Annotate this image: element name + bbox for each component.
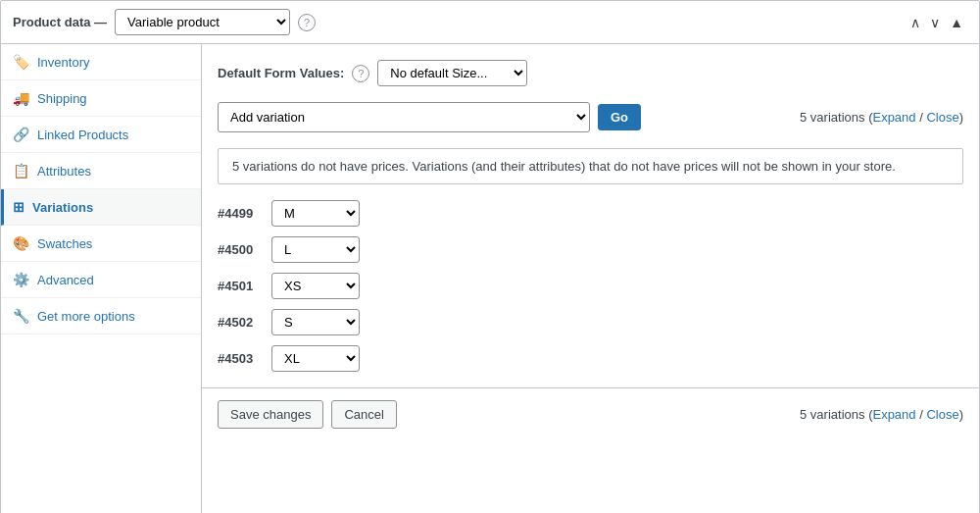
- add-variation-select[interactable]: Add variation Create variations from all…: [218, 102, 590, 132]
- notice-box: 5 variations do not have prices. Variati…: [218, 148, 963, 184]
- bottom-variations-count: 5 variations (Expand / Close): [800, 407, 963, 422]
- sidebar-item-variations-label: Variations: [32, 200, 93, 215]
- bottom-expand-link[interactable]: Expand: [872, 407, 915, 422]
- attributes-icon: 📋: [13, 163, 29, 179]
- variation-id-4500: #4500: [218, 242, 262, 257]
- variation-size-select-4500[interactable]: LXSSMXL: [271, 236, 360, 263]
- variation-id-4499: #4499: [218, 206, 262, 221]
- variation-size-select-4502[interactable]: SXSMLXL: [271, 309, 360, 335]
- table-row: #4500 LXSSMXL: [218, 236, 963, 263]
- sidebar-item-attributes-label: Attributes: [37, 164, 91, 179]
- default-form-row: Default Form Values: ? No default Size..…: [218, 60, 963, 86]
- variation-id-4501: #4501: [218, 279, 262, 293]
- table-row: #4502 SXSMLXL: [218, 309, 963, 335]
- sidebar-item-inventory-label: Inventory: [37, 55, 89, 70]
- product-data-panel: Product data — Variable product Simple p…: [0, 0, 980, 513]
- sidebar: 🏷️ Inventory 🚚 Shipping 🔗 Linked Product…: [1, 44, 202, 513]
- top-variations-count: 5 variations (Expand / Close): [800, 110, 963, 125]
- variation-size-select-4499[interactable]: MXSSLXL: [271, 200, 360, 227]
- product-data-body: 🏷️ Inventory 🚚 Shipping 🔗 Linked Product…: [1, 44, 979, 513]
- variation-id-4503: #4503: [218, 351, 262, 366]
- default-form-select[interactable]: No default Size... XS S M L XL: [377, 60, 527, 86]
- sidebar-item-get-more-options-label: Get more options: [37, 309, 135, 324]
- bottom-close-link[interactable]: Close: [926, 407, 958, 422]
- sidebar-item-advanced-label: Advanced: [37, 273, 94, 287]
- sidebar-item-variations[interactable]: ⊞ Variations: [1, 189, 201, 226]
- sidebar-item-get-more-options[interactable]: 🔧 Get more options: [1, 298, 201, 334]
- variation-size-select-4503[interactable]: XLXSSML: [271, 345, 360, 372]
- header-arrows: ∧ ∨ ▲: [906, 13, 967, 32]
- table-row: #4501 XSSMLXL: [218, 273, 963, 299]
- sidebar-item-shipping-label: Shipping: [37, 91, 87, 106]
- sidebar-item-linked-products-label: Linked Products: [37, 128, 128, 142]
- sidebar-item-swatches-label: Swatches: [37, 236, 92, 251]
- sidebar-item-swatches[interactable]: 🎨 Swatches: [1, 226, 201, 262]
- main-content: Default Form Values: ? No default Size..…: [202, 44, 979, 513]
- product-data-header: Product data — Variable product Simple p…: [1, 1, 979, 44]
- variations-list: #4499 MXSSLXL #4500 LXSSMXL #4501 XSSMLX…: [218, 200, 963, 372]
- variation-size-select-4501[interactable]: XSSMLXL: [271, 273, 360, 299]
- expand-button[interactable]: ▲: [946, 13, 967, 32]
- add-variation-row: Add variation Create variations from all…: [218, 102, 963, 132]
- sidebar-item-linked-products[interactable]: 🔗 Linked Products: [1, 117, 201, 153]
- default-form-label: Default Form Values:: [218, 66, 344, 80]
- save-changes-button[interactable]: Save changes: [218, 400, 323, 429]
- notice-text: 5 variations do not have prices. Variati…: [232, 159, 896, 174]
- sidebar-item-inventory[interactable]: 🏷️ Inventory: [1, 44, 201, 80]
- sidebar-item-attributes[interactable]: 📋 Attributes: [1, 153, 201, 189]
- product-type-select[interactable]: Variable product Simple product Grouped …: [115, 9, 290, 35]
- inventory-icon: 🏷️: [13, 54, 29, 70]
- variations-icon: ⊞: [13, 199, 24, 215]
- sidebar-item-advanced[interactable]: ⚙️ Advanced: [1, 262, 201, 298]
- swatches-icon: 🎨: [13, 235, 29, 251]
- variation-id-4502: #4502: [218, 315, 262, 330]
- default-form-help-icon[interactable]: ?: [352, 65, 369, 82]
- cancel-button[interactable]: Cancel: [331, 400, 396, 429]
- collapse-up-button[interactable]: ∧: [906, 13, 924, 32]
- table-row: #4499 MXSSLXL: [218, 200, 963, 227]
- sidebar-item-shipping[interactable]: 🚚 Shipping: [1, 80, 201, 117]
- expand-link[interactable]: Expand: [872, 110, 915, 125]
- bottom-bar: Save changes Cancel 5 variations (Expand…: [202, 387, 979, 440]
- go-button[interactable]: Go: [598, 104, 641, 130]
- get-more-options-icon: 🔧: [13, 308, 29, 324]
- help-icon[interactable]: ?: [298, 14, 316, 31]
- shipping-icon: 🚚: [13, 90, 29, 106]
- linked-products-icon: 🔗: [13, 127, 29, 142]
- close-link[interactable]: Close: [926, 110, 958, 125]
- advanced-icon: ⚙️: [13, 272, 29, 287]
- collapse-down-button[interactable]: ∨: [926, 13, 944, 32]
- product-data-title: Product data —: [13, 15, 107, 29]
- table-row: #4503 XLXSSML: [218, 345, 963, 372]
